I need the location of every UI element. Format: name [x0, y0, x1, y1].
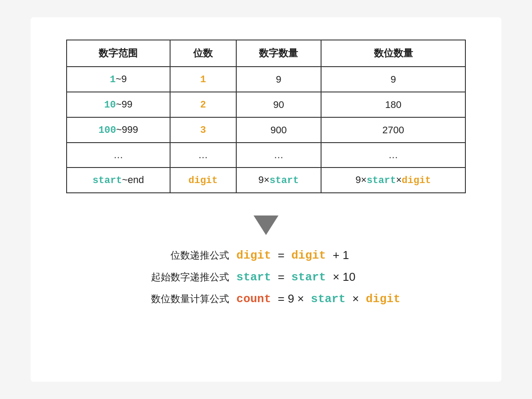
formula-expr-count: count = 9 × start × digit: [236, 292, 400, 306]
cell-count-ellipsis: …: [236, 143, 321, 168]
cell-digit: 3: [170, 117, 236, 143]
formula-expr-start: start = start × 10: [236, 270, 355, 284]
formula-row-digit: 位数递推公式 digit = digit + 1: [140, 248, 400, 262]
table-row: 100~999 3 900 2700: [67, 117, 465, 143]
cell-digit: 2: [170, 92, 236, 117]
table-row: … … … …: [67, 143, 465, 168]
formula-row-count: 数位数量计算公式 count = 9 × start × digit: [140, 292, 400, 306]
arrow-down-icon: [254, 215, 278, 235]
formulas-section: 位数递推公式 digit = digit + 1 起始数字递推公式 start …: [140, 248, 400, 306]
formula-expr-digit: digit = digit + 1: [236, 248, 349, 262]
col-header-digits: 位数: [170, 40, 236, 67]
cell-digit-count: 9: [321, 67, 465, 92]
col-header-count-num: 数字数量: [236, 40, 321, 67]
formula-label-start: 起始数字递推公式: [140, 271, 229, 284]
cell-range-summary: start~end: [67, 168, 170, 193]
cell-count: 9: [236, 67, 321, 92]
arrow-section: [254, 215, 278, 235]
formula-label-count: 数位数量计算公式: [140, 292, 229, 306]
cell-range: 1~9: [67, 67, 170, 92]
cell-digit-ellipsis: …: [170, 143, 236, 168]
cell-digit-count: 2700: [321, 117, 465, 143]
formula-row-start: 起始数字递推公式 start = start × 10: [140, 270, 400, 284]
cell-count: 90: [236, 92, 321, 117]
data-table: 数字范围 位数 数字数量 数位数量 1~9 1 9 9 10~99: [66, 40, 466, 193]
cell-range: 100~999: [67, 117, 170, 143]
table-row: 10~99 2 90 180: [67, 92, 465, 117]
cell-range-ellipsis: …: [67, 143, 170, 168]
cell-digit-count: 180: [321, 92, 465, 117]
cell-range: 10~99: [67, 92, 170, 117]
col-header-range: 数字范围: [67, 40, 170, 67]
cell-digit-count-summary: 9×start×digit: [321, 168, 465, 193]
col-header-digit-count: 数位数量: [321, 40, 465, 67]
cell-digit-count-ellipsis: …: [321, 143, 465, 168]
cell-count-summary: 9×start: [236, 168, 321, 193]
cell-count: 900: [236, 117, 321, 143]
table-row-summary: start~end digit 9×start 9×start×digit: [67, 168, 465, 193]
main-container: 数字范围 位数 数字数量 数位数量 1~9 1 9 9 10~99: [31, 17, 501, 382]
table-row: 1~9 1 9 9: [67, 67, 465, 92]
cell-digit-summary: digit: [170, 168, 236, 193]
formula-label-digit: 位数递推公式: [140, 249, 229, 262]
cell-digit: 1: [170, 67, 236, 92]
